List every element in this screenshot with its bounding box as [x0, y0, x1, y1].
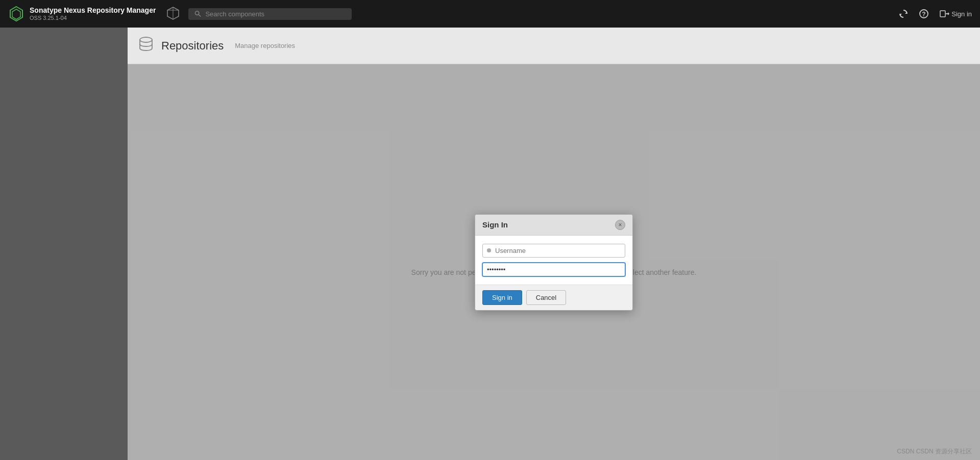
modal-close-icon: × — [618, 221, 622, 228]
cube-icon-area[interactable] — [166, 6, 180, 22]
password-input[interactable] — [487, 266, 621, 273]
svg-text:?: ? — [922, 11, 926, 18]
help-button[interactable]: ? — [919, 9, 929, 19]
modal-overlay: Sign In × — [128, 64, 980, 460]
help-icon: ? — [919, 9, 929, 19]
cancel-button[interactable]: Cancel — [526, 290, 566, 305]
app-version: OSS 3.25.1-04 — [30, 15, 156, 21]
app-title: Sonatype Nexus Repository Manager — [30, 6, 156, 15]
app-logo-icon — [8, 6, 24, 22]
search-input[interactable] — [205, 10, 346, 18]
modal-body — [475, 236, 632, 285]
logo-area: Sonatype Nexus Repository Manager OSS 3.… — [8, 6, 156, 22]
search-bar[interactable] — [188, 8, 352, 20]
cube-icon — [166, 6, 180, 20]
modal-header: Sign In × — [475, 215, 632, 236]
signin-submit-button[interactable]: Sign in — [482, 290, 522, 305]
signin-nav-button[interactable]: Sign in — [939, 9, 972, 19]
layout: Repositories Manage repositories e as yo… — [0, 28, 980, 460]
refresh-icon — [898, 9, 909, 19]
modal-footer: Sign in Cancel — [475, 285, 632, 310]
svg-point-5 — [195, 11, 199, 15]
main-content: Repositories Manage repositories e as yo… — [128, 28, 980, 460]
signin-modal: Sign In × — [475, 214, 633, 311]
sidebar — [0, 28, 128, 460]
nav-right: ? Sign in — [898, 9, 972, 19]
password-field[interactable] — [482, 263, 625, 276]
page-title: Repositories — [161, 39, 224, 53]
username-indicator — [487, 248, 491, 252]
navbar: Sonatype Nexus Repository Manager OSS 3.… — [0, 0, 980, 28]
modal-title: Sign In — [482, 220, 508, 229]
page-header: Repositories Manage repositories — [128, 28, 980, 64]
modal-close-button[interactable]: × — [615, 220, 625, 230]
search-icon — [194, 10, 201, 17]
refresh-button[interactable] — [898, 9, 909, 19]
content-area: e as you are not logged in Sorry you are… — [128, 64, 980, 460]
username-field[interactable] — [482, 244, 625, 258]
watermark: CSDN CSDN 资源分享社区 — [897, 447, 972, 456]
app-title-block: Sonatype Nexus Repository Manager OSS 3.… — [30, 6, 156, 21]
signin-nav-icon — [939, 9, 949, 19]
svg-marker-1 — [12, 9, 20, 19]
svg-line-6 — [199, 15, 201, 17]
signin-nav-label: Sign in — [951, 10, 972, 18]
svg-rect-11 — [940, 11, 945, 17]
svg-marker-13 — [948, 12, 949, 15]
svg-point-14 — [140, 37, 152, 42]
username-input[interactable] — [495, 247, 621, 254]
repositories-icon — [138, 36, 154, 52]
page-subtitle: Manage repositories — [235, 42, 295, 49]
page-header-icon — [138, 36, 154, 56]
